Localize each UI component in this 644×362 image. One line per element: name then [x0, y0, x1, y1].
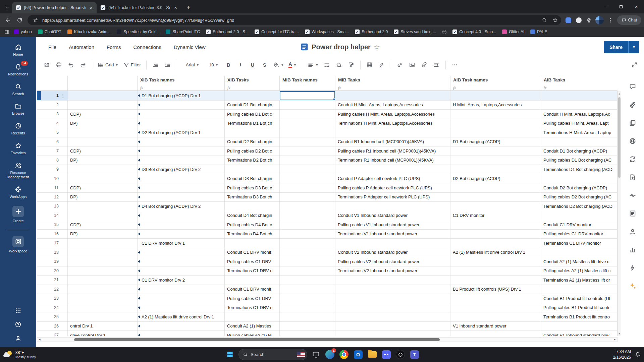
- grid-cell-aib_name[interactable]: V1 Inbound standard power: [450, 322, 541, 331]
- extension-button-1[interactable]: [564, 16, 573, 24]
- grid-cell-partial[interactable]: [68, 276, 138, 285]
- discord-taskbar-icon[interactable]: [381, 349, 392, 360]
- grid-cell-aib_name[interactable]: D1 Bot charging (ACDP): [450, 137, 541, 147]
- grid-cell-partial[interactable]: drive control Drv 1: [68, 331, 138, 336]
- grid-cell-mib_task[interactable]: [335, 303, 450, 313]
- grid-cell-partial[interactable]: DP): [68, 119, 138, 128]
- side-panel-button[interactable]: [3, 28, 11, 36]
- grid-cell-aib_task[interactable]: Pulling cables H Mint. Areas, Lapt: [541, 119, 618, 128]
- edge-taskbar-icon[interactable]: 1: [324, 349, 335, 360]
- row-number-cell[interactable]: 13: [37, 202, 68, 211]
- grid-cell-aib_task[interactable]: Terminations D2 Bot charging (ACD: [541, 202, 618, 211]
- grid-cell-xib_task[interactable]: [225, 165, 280, 174]
- grid-cell-aib_task[interactable]: Pulling cables C1 DRV monitor: [541, 230, 618, 239]
- grid-cell-aib_task[interactable]: [541, 174, 618, 184]
- row-number-cell[interactable]: 5: [37, 128, 68, 137]
- grid-cell-aib_name[interactable]: [450, 156, 541, 165]
- grid-cell-aib_task[interactable]: Conduit A2 (1) Mastless lift drive c: [541, 257, 618, 266]
- row-number-cell[interactable]: 21: [37, 276, 68, 285]
- forms-icon[interactable]: [629, 174, 636, 181]
- grid-cell-aib_name[interactable]: [450, 303, 541, 313]
- grid-cell-xib_name[interactable]: [138, 266, 225, 276]
- expand-button[interactable]: [629, 59, 640, 71]
- grid-cell-aib_name[interactable]: D2 Bot charging (ACDP): [450, 174, 541, 184]
- taskbar-search[interactable]: Search: [238, 349, 307, 360]
- row-number-cell[interactable]: 14: [37, 211, 68, 221]
- redo-button[interactable]: [77, 59, 89, 71]
- grid-cell-mib_task[interactable]: Pulling cables H Mint. Areas, Laptops,Ac…: [335, 110, 450, 119]
- row-number-cell[interactable]: 25: [37, 312, 68, 322]
- bookmark-item[interactable]: Speedtest by Ookl...: [114, 28, 162, 35]
- grid-cell-mib_task[interactable]: Pulling cables V2 Inbound standard power: [335, 257, 450, 266]
- ai-assistant-icon[interactable]: [629, 282, 636, 290]
- grid-cell-aib_name[interactable]: [450, 128, 541, 137]
- integrations-icon[interactable]: [629, 264, 636, 272]
- grid-cell-aib_task[interactable]: [541, 91, 618, 101]
- grid-cell-mib_task[interactable]: Conduit R1 Inbound cell (MCP0001)(45KVA): [335, 137, 450, 147]
- grid-cell-partial[interactable]: [68, 91, 138, 101]
- sidebar-item-resource-management[interactable]: Resource Management: [2, 162, 35, 180]
- tab-search-button[interactable]: [2, 2, 12, 13]
- grid-cell-aib_task[interactable]: Terminations H Mint. Areas, Laptop: [541, 128, 618, 137]
- grid-cell-aib_name[interactable]: [450, 165, 541, 174]
- grid-cell-aib_task[interactable]: Terminations C1 DRV monitor: [541, 239, 618, 248]
- grid-cell-mib_name[interactable]: [280, 110, 335, 119]
- grid-cell-partial[interactable]: CDP): [68, 146, 138, 156]
- grid-cell-aib_task[interactable]: Pulling cables D2 Bot charging (AC: [541, 193, 618, 202]
- grid-cell-partial[interactable]: [68, 303, 138, 313]
- scroll-left-arrow[interactable]: ◀: [37, 338, 42, 342]
- bookmark-item[interactable]: ✓Concept for ITC tra...: [252, 28, 302, 35]
- grid-cell-mib_name[interactable]: [280, 146, 335, 156]
- grid-cell-mib_name[interactable]: [280, 239, 335, 248]
- grid-cell-aib_task[interactable]: [541, 137, 618, 147]
- grid-cell-mib_task[interactable]: Terminations P Adapter cell newtork PLC …: [335, 193, 450, 202]
- grid-cell-mib_task[interactable]: Conduit V1 Inbound standard power: [335, 211, 450, 221]
- grid-cell-xib_task[interactable]: [225, 91, 280, 101]
- grid-cell-mib_task[interactable]: Pulling cables V1 Inbound standard power: [335, 220, 450, 230]
- grid-cell-aib_name[interactable]: [450, 110, 541, 119]
- taskbar-clock[interactable]: 7:34 AM 2/16/2026: [613, 349, 631, 360]
- grid-cell-aib_task[interactable]: Conduit C1 DRV monitor: [541, 220, 618, 230]
- save-button[interactable]: [41, 59, 52, 71]
- grid-cell-partial[interactable]: [68, 239, 138, 248]
- link-button[interactable]: [394, 59, 406, 71]
- desktop-taskbar-icon[interactable]: [310, 349, 321, 360]
- teams-taskbar-icon[interactable]: T: [409, 349, 420, 360]
- grid-cell-xib_name[interactable]: C1 DRV monitor Drv 1: [138, 239, 225, 248]
- align-left-button[interactable]: ▼: [306, 59, 320, 71]
- underline-button[interactable]: U: [247, 59, 258, 71]
- grid-cell-xib_task[interactable]: [225, 239, 280, 248]
- grid-cell-xib_name[interactable]: [138, 294, 225, 303]
- grid-cell-mib_name[interactable]: [280, 285, 335, 294]
- row-number-cell[interactable]: 26: [37, 322, 68, 331]
- view-selector[interactable]: Grid▼: [96, 59, 120, 71]
- grid-cell-xib_name[interactable]: [138, 230, 225, 239]
- grid-cell-mib_task[interactable]: Conduit H Mint. Areas, Laptops,Accessori…: [335, 101, 450, 110]
- row-number-cell[interactable]: 11: [37, 183, 68, 193]
- grid-cell-aib_task[interactable]: Terminations A2 (1) Mastless lift dr: [541, 276, 618, 285]
- grid-cell-mib_task[interactable]: [335, 128, 450, 137]
- sidebar-item-browse[interactable]: Browse: [2, 103, 35, 116]
- apps-grid-icon[interactable]: [15, 307, 21, 314]
- bookmark-item[interactable]: PALE: [528, 28, 550, 35]
- grid-cell-xib_task[interactable]: Terminations D1 Bot ch: [225, 119, 280, 128]
- table-button[interactable]: [364, 59, 375, 71]
- close-button[interactable]: ×: [629, 0, 644, 13]
- grid-cell-xib_task[interactable]: Pulling cables C1 DRV: [225, 257, 280, 266]
- extension-button-2[interactable]: [575, 16, 583, 24]
- grid-cell-xib_name[interactable]: [138, 193, 225, 202]
- font-size-select[interactable]: 10▼: [205, 59, 222, 71]
- fill-color-button[interactable]: ▼: [271, 59, 286, 71]
- row-number-cell[interactable]: 4: [37, 119, 68, 128]
- charts-icon[interactable]: [629, 246, 636, 253]
- share-caret-icon[interactable]: ▼: [628, 41, 639, 53]
- bookmark-item[interactable]: Glitter AI: [499, 28, 527, 35]
- grid-cell-xib_name[interactable]: [138, 146, 225, 156]
- tab-close-icon[interactable]: ×: [88, 5, 94, 11]
- vertical-scrollbar[interactable]: ▲ ▼: [618, 91, 621, 336]
- strikethrough-button[interactable]: S: [259, 59, 270, 71]
- sidebar-item-home[interactable]: Home: [2, 44, 35, 57]
- grid-cell-aib_task[interactable]: Pulling cables D1 Bot charging (AC: [541, 156, 618, 165]
- tab-close-icon[interactable]: ×: [173, 5, 178, 11]
- menu-forms[interactable]: Forms: [107, 44, 121, 50]
